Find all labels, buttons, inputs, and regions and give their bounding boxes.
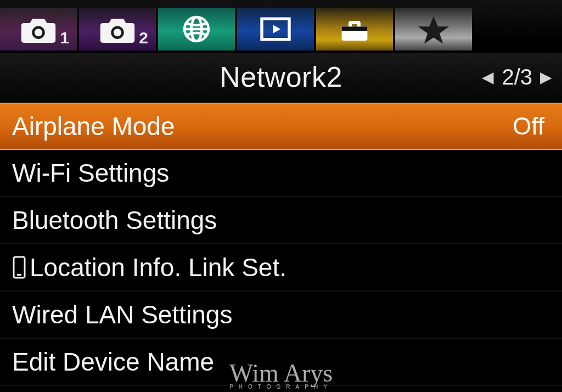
svg-rect-9: [342, 26, 368, 31]
menu-item-label: Edit Device Name: [12, 347, 214, 377]
globe-icon: [175, 11, 218, 47]
menu-list: Airplane Mode Off Wi-Fi Settings Bluetoo…: [0, 103, 562, 392]
svg-rect-12: [17, 274, 21, 276]
toolbox-icon: [333, 11, 376, 47]
menu-item-label: Wired LAN Settings: [12, 300, 232, 329]
menu-item-edit-device-name[interactable]: Edit Device Name: [0, 339, 562, 386]
menu-item-label: Airplane Mode: [12, 111, 175, 141]
svg-point-3: [114, 29, 121, 36]
pager-text: 2/3: [502, 65, 532, 89]
tab-camera2[interactable]: 2: [79, 8, 156, 51]
page-next-icon[interactable]: ▶: [532, 68, 560, 86]
camera-icon: [17, 11, 60, 47]
tab-strip: 1 2: [0, 0, 562, 53]
menu-item-label: Bluetooth Settings: [12, 205, 217, 235]
tab-favorites[interactable]: [395, 8, 472, 51]
title-bar: Network2 ◀ 2/3 ▶: [0, 53, 562, 103]
menu-item-label: Wi-Fi Settings: [12, 158, 169, 188]
pager: ◀ 2/3 ▶: [474, 53, 562, 101]
tab-network[interactable]: [158, 8, 235, 51]
star-icon: [412, 11, 455, 47]
svg-point-1: [35, 29, 42, 36]
menu-item-wifi-settings[interactable]: Wi-Fi Settings: [0, 150, 562, 197]
tab-sub-label: 2: [139, 29, 148, 47]
tab-setup[interactable]: [316, 8, 393, 51]
tab-sub-label: 1: [60, 29, 69, 47]
svg-marker-8: [273, 25, 280, 33]
svg-marker-10: [418, 16, 449, 44]
play-icon: [254, 11, 297, 47]
camera-icon: [96, 11, 139, 47]
phone-icon: [12, 256, 26, 279]
menu-item-airplane-mode[interactable]: Airplane Mode Off: [0, 103, 562, 150]
menu-item-wired-lan-settings[interactable]: Wired LAN Settings: [0, 292, 562, 339]
menu-item-bluetooth-settings[interactable]: Bluetooth Settings: [0, 197, 562, 244]
tab-camera1[interactable]: 1: [0, 8, 77, 51]
tab-playback[interactable]: [237, 8, 314, 51]
menu-item-label: Location Info. Link Set.: [30, 253, 286, 282]
menu-item-location-info-link[interactable]: Location Info. Link Set.: [0, 244, 562, 292]
page-prev-icon[interactable]: ◀: [474, 68, 502, 86]
menu-item-value: Off: [513, 113, 544, 140]
